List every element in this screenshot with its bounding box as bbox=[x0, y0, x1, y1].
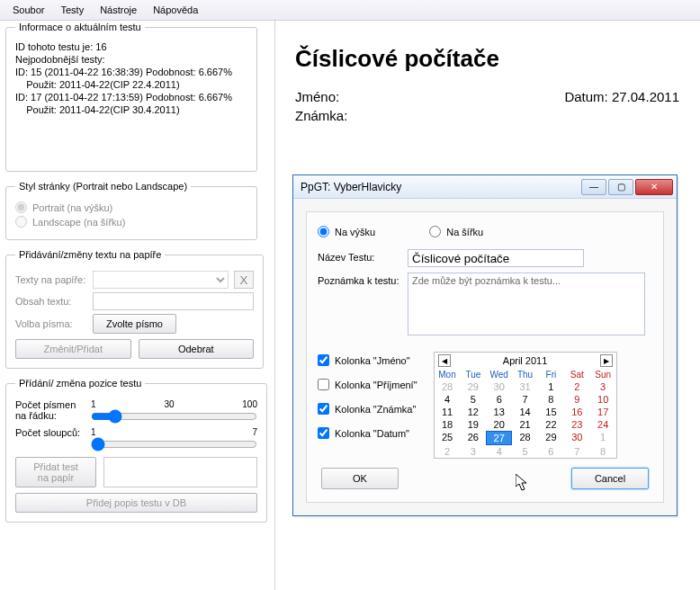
cal-day[interactable]: 2 bbox=[435, 445, 461, 458]
na-sirku-label: Na šířku bbox=[446, 227, 483, 237]
cal-next-icon[interactable]: ▶ bbox=[600, 354, 613, 367]
cal-day[interactable]: 18 bbox=[435, 418, 461, 431]
cal-day[interactable]: 6 bbox=[486, 393, 512, 406]
doc-datum: Datum: 27.04.2011 bbox=[564, 89, 679, 104]
kolonka-label: Kolonka "Jméno" bbox=[335, 355, 410, 366]
cal-day[interactable]: 12 bbox=[460, 406, 486, 418]
cal-day[interactable]: 24 bbox=[590, 418, 616, 431]
kolonka-row: Kolonka "Datum" bbox=[318, 427, 417, 439]
kolonka-label: Kolonka "Známka" bbox=[335, 404, 416, 415]
cols-slider[interactable] bbox=[91, 437, 257, 451]
dialog-title: PpGT: VyberHlavicky bbox=[301, 181, 579, 193]
cal-day[interactable]: 26 bbox=[460, 431, 486, 445]
cal-day[interactable]: 14 bbox=[512, 406, 538, 418]
cal-prev-icon[interactable]: ◀ bbox=[438, 354, 451, 367]
cal-day[interactable]: 21 bbox=[512, 418, 538, 431]
letters-label: Počet písmen na řádku: bbox=[15, 399, 87, 421]
cal-day[interactable]: 13 bbox=[486, 406, 512, 418]
add-db-button[interactable]: Přidej popis testu v DB bbox=[15, 493, 257, 513]
cal-day[interactable]: 3 bbox=[460, 445, 486, 458]
remove-button[interactable]: Odebrat bbox=[139, 339, 255, 359]
cal-day[interactable]: 5 bbox=[460, 393, 486, 406]
cal-day[interactable]: 8 bbox=[590, 445, 616, 458]
cal-day[interactable]: 31 bbox=[512, 380, 538, 393]
cal-day[interactable]: 20 bbox=[486, 418, 512, 431]
doc-znamka: Známka: bbox=[295, 108, 347, 123]
cal-day[interactable]: 4 bbox=[486, 445, 512, 458]
cal-day[interactable]: 4 bbox=[435, 393, 461, 406]
letters-slider[interactable] bbox=[91, 409, 257, 424]
add-test-button[interactable]: Přidat test na papír bbox=[15, 457, 96, 487]
cal-title: April 2011 bbox=[456, 355, 595, 366]
portrait-radio[interactable] bbox=[15, 201, 27, 213]
cal-day[interactable]: 30 bbox=[486, 380, 512, 393]
cal-day[interactable]: 3 bbox=[590, 380, 616, 393]
menu-tests[interactable]: Testy bbox=[53, 3, 91, 17]
position-fieldset: Přídání/ změna pozice testu Počet písmen… bbox=[5, 378, 267, 523]
cal-day[interactable]: 1 bbox=[538, 380, 564, 393]
ok-button[interactable]: OK bbox=[321, 468, 399, 489]
cal-day[interactable]: 29 bbox=[538, 431, 564, 445]
tick: 7 bbox=[252, 427, 257, 437]
cal-day[interactable]: 15 bbox=[538, 406, 564, 418]
cancel-button[interactable]: Cancel bbox=[571, 468, 649, 489]
cal-dow: Tue bbox=[460, 369, 486, 380]
position-input[interactable] bbox=[103, 457, 257, 487]
minimize-button[interactable]: ― bbox=[581, 179, 606, 195]
na-vysku-label: Na výšku bbox=[335, 227, 375, 237]
textedit-fieldset: Přidávání/změny textu na papíře Texty na… bbox=[5, 249, 264, 369]
kolonka-checkbox[interactable] bbox=[318, 354, 329, 366]
doc-title: Číslicové počítače bbox=[295, 45, 679, 73]
close-button[interactable]: ✕ bbox=[635, 179, 673, 195]
cal-day[interactable]: 29 bbox=[460, 380, 486, 393]
tick: 1 bbox=[91, 427, 96, 437]
cols-label: Počet sloupců: bbox=[15, 427, 87, 438]
calendar[interactable]: ◀ April 2011 ▶ MonTueWedThuFriSatSun2829… bbox=[434, 352, 617, 459]
menu-tools[interactable]: Nástroje bbox=[93, 3, 144, 17]
tick: 1 bbox=[91, 399, 96, 409]
titlebar[interactable]: PpGT: VyberHlavicky ― ▢ ✕ bbox=[293, 175, 677, 199]
kolonka-label: Kolonka "Datum" bbox=[335, 428, 409, 439]
nazev-input[interactable] bbox=[408, 249, 584, 267]
cal-day[interactable]: 25 bbox=[435, 431, 461, 445]
landscape-radio[interactable] bbox=[15, 216, 27, 228]
texts-select[interactable] bbox=[93, 271, 229, 289]
kolonka-checkbox[interactable] bbox=[318, 403, 329, 415]
cal-day[interactable]: 5 bbox=[512, 445, 538, 458]
poznamka-textarea[interactable] bbox=[408, 273, 645, 335]
cal-day[interactable]: 1 bbox=[590, 431, 616, 445]
test-id: ID tohoto testu je: 16 bbox=[15, 41, 247, 52]
na-sirku-radio[interactable] bbox=[429, 226, 441, 237]
maximize-button[interactable]: ▢ bbox=[608, 179, 633, 195]
x-button[interactable]: X bbox=[234, 271, 254, 289]
cal-day[interactable]: 17 bbox=[590, 406, 616, 418]
cal-day[interactable]: 19 bbox=[460, 418, 486, 431]
menu-help[interactable]: Nápověda bbox=[146, 3, 205, 17]
kolonka-checkbox[interactable] bbox=[318, 427, 329, 439]
cal-day[interactable]: 9 bbox=[564, 393, 590, 406]
cal-day[interactable]: 7 bbox=[512, 393, 538, 406]
content-input[interactable] bbox=[93, 292, 254, 310]
cal-day[interactable]: 30 bbox=[564, 431, 590, 445]
change-add-button[interactable]: Změnit/Přidat bbox=[15, 339, 131, 359]
kolonka-checkbox[interactable] bbox=[318, 379, 329, 390]
cal-dow: Sat bbox=[564, 369, 590, 380]
cal-day[interactable]: 2 bbox=[564, 380, 590, 393]
tick: 30 bbox=[164, 399, 174, 409]
cal-day[interactable]: 27 bbox=[486, 431, 512, 445]
cal-day[interactable]: 16 bbox=[564, 406, 590, 418]
cal-day[interactable]: 23 bbox=[564, 418, 590, 431]
cal-day[interactable]: 7 bbox=[564, 445, 590, 458]
cal-day[interactable]: 8 bbox=[538, 393, 564, 406]
cal-day[interactable]: 28 bbox=[512, 431, 538, 445]
cal-day[interactable]: 10 bbox=[590, 393, 616, 406]
similar-line: Použit: 2011-04-22(CIP 22.4.2011) bbox=[15, 79, 247, 90]
menu-file[interactable]: Soubor bbox=[5, 3, 51, 17]
cal-day[interactable]: 28 bbox=[435, 380, 461, 393]
na-vysku-radio[interactable] bbox=[318, 226, 329, 237]
cal-day[interactable]: 6 bbox=[538, 445, 564, 458]
font-button[interactable]: Zvolte písmo bbox=[93, 314, 176, 334]
cal-day[interactable]: 22 bbox=[538, 418, 564, 431]
landscape-label: Landscape (na šířku) bbox=[32, 217, 125, 228]
cal-day[interactable]: 11 bbox=[435, 406, 461, 418]
